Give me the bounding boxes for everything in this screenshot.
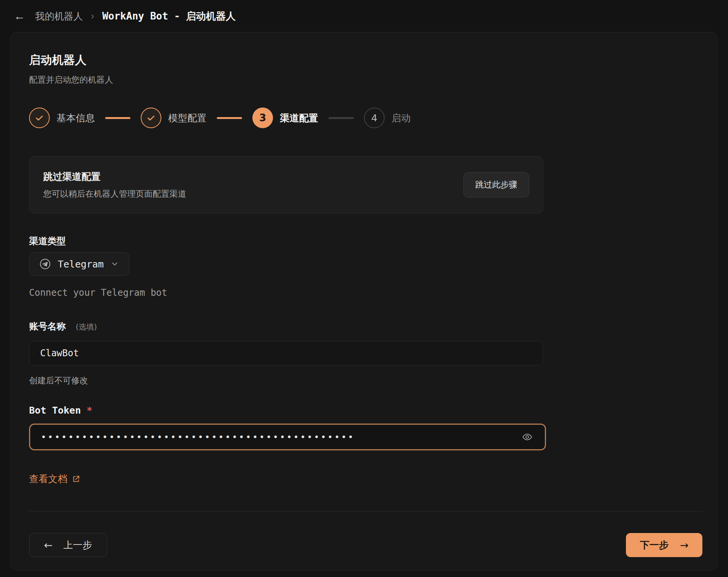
- channel-type-dropdown[interactable]: Telegram: [29, 252, 129, 276]
- channel-type-helper: Connect your Telegram bot: [29, 287, 543, 298]
- step-connector: [328, 117, 354, 119]
- breadcrumb-parent[interactable]: 我的机器人: [35, 10, 83, 23]
- breadcrumb: ← 我的机器人 › WorkAny Bot - 启动机器人: [0, 0, 728, 24]
- step-indicator: 基本信息 模型配置 3 渠道配置 4 启动: [29, 107, 699, 129]
- check-icon: [146, 113, 156, 123]
- view-docs-label: 查看文档: [29, 473, 67, 485]
- eye-icon: [522, 432, 533, 442]
- wizard-footer: ← 上一步 下一步 →: [29, 533, 702, 557]
- account-name-helper: 创建后不可修改: [29, 375, 543, 386]
- chevron-down-icon: [110, 260, 119, 268]
- back-arrow-icon[interactable]: ←: [11, 9, 28, 23]
- required-asterisk: *: [87, 405, 92, 416]
- check-icon: [34, 113, 44, 123]
- wizard-card: 启动机器人 配置并启动您的机器人 基本信息 模型配置 3 渠道配置 4 启动: [10, 32, 718, 570]
- bot-token-section: Bot Token * ••••••••••••••••••••••••••••…: [29, 405, 543, 450]
- step-connector: [105, 117, 130, 119]
- step-2-label: 模型配置: [168, 112, 206, 124]
- step-channel-config[interactable]: 3 渠道配置: [252, 108, 318, 128]
- account-name-input[interactable]: [29, 341, 543, 365]
- external-link-icon: [72, 475, 80, 483]
- step-2-circle: [141, 108, 161, 128]
- bot-token-label: Bot Token: [29, 405, 81, 416]
- toggle-visibility-button[interactable]: [520, 430, 534, 444]
- arrow-left-icon: ←: [44, 540, 53, 550]
- step-4-circle: 4: [364, 108, 385, 128]
- skip-description: 您可以稍后在机器人管理页面配置渠道: [43, 188, 186, 200]
- account-name-label: 账号名称: [29, 320, 66, 333]
- page-title: 启动机器人: [29, 52, 699, 68]
- skip-title: 跳过渠道配置: [43, 170, 186, 183]
- arrow-right-icon: →: [680, 540, 689, 550]
- account-name-section: 账号名称 (选填) 创建后不可修改: [29, 320, 543, 386]
- breadcrumb-current: WorkAny Bot - 启动机器人: [102, 10, 236, 23]
- channel-type-value: Telegram: [58, 259, 104, 270]
- step-connector: [217, 117, 242, 119]
- previous-step-label: 上一步: [63, 539, 92, 551]
- step-basic-info[interactable]: 基本信息: [29, 108, 95, 128]
- page-subtitle: 配置并启动您的机器人: [29, 74, 699, 86]
- step-3-label: 渠道配置: [280, 112, 318, 124]
- view-docs-link[interactable]: 查看文档: [29, 473, 80, 485]
- step-1-label: 基本信息: [57, 112, 95, 124]
- skip-banner: 跳过渠道配置 您可以稍后在机器人管理页面配置渠道 跳过此步骤: [29, 156, 543, 214]
- channel-type-label: 渠道类型: [29, 235, 543, 247]
- next-step-label: 下一步: [640, 539, 668, 551]
- step-3-circle: 3: [252, 108, 273, 128]
- next-step-button[interactable]: 下一步 →: [626, 533, 702, 557]
- telegram-icon: [39, 258, 51, 270]
- previous-step-button[interactable]: ← 上一步: [29, 533, 107, 557]
- step-model-config[interactable]: 模型配置: [141, 108, 206, 128]
- channel-type-section: 渠道类型 Telegram Connect your Telegram bot: [29, 235, 543, 298]
- step-launch[interactable]: 4 启动: [364, 108, 411, 128]
- footer-divider: [29, 511, 702, 512]
- skip-banner-text: 跳过渠道配置 您可以稍后在机器人管理页面配置渠道: [43, 170, 186, 200]
- masked-token-value: ••••••••••••••••••••••••••••••••••••••••…: [41, 432, 520, 442]
- chevron-right-icon: ›: [91, 10, 94, 22]
- bot-token-input[interactable]: ••••••••••••••••••••••••••••••••••••••••…: [29, 424, 546, 450]
- skip-step-button[interactable]: 跳过此步骤: [463, 172, 529, 197]
- step-4-label: 启动: [392, 112, 411, 124]
- step-1-circle: [29, 108, 50, 128]
- optional-tag: (选填): [76, 322, 97, 332]
